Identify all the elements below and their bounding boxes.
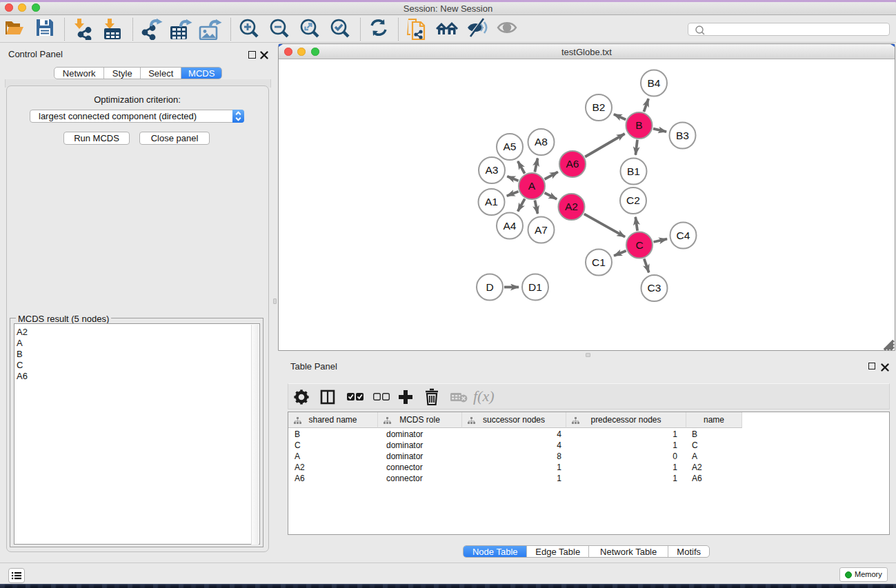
svg-text:A8: A8	[535, 136, 548, 148]
svg-text:B4: B4	[648, 77, 661, 89]
svg-text:C2: C2	[626, 194, 640, 206]
svg-text:B3: B3	[676, 130, 689, 141]
svg-text:C1: C1	[592, 256, 606, 268]
svg-text:B: B	[635, 119, 642, 131]
svg-text:C4: C4	[677, 230, 690, 241]
svg-text:D: D	[486, 281, 493, 293]
svg-text:C3: C3	[648, 282, 661, 294]
svg-text:D1: D1	[528, 281, 542, 293]
svg-text:A: A	[528, 180, 536, 192]
svg-text:A6: A6	[566, 158, 579, 170]
svg-text:A2: A2	[565, 201, 578, 212]
svg-text:B2: B2	[593, 101, 606, 113]
svg-text:A7: A7	[535, 224, 548, 236]
svg-text:A4: A4	[504, 220, 517, 232]
svg-text:A5: A5	[504, 141, 517, 152]
svg-text:C: C	[635, 239, 643, 251]
svg-text:A3: A3	[486, 164, 499, 176]
svg-text:B1: B1	[627, 165, 640, 177]
svg-text:A1: A1	[485, 196, 498, 207]
